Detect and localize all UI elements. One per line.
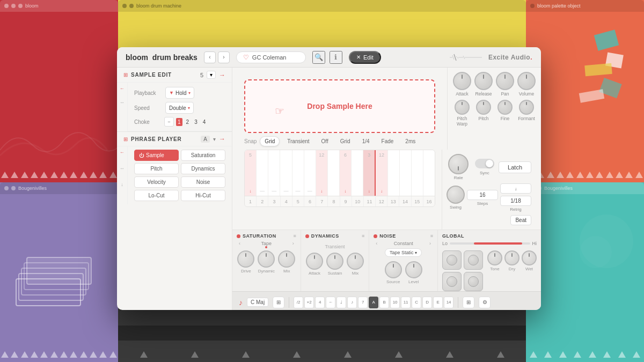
phrase-btn-pitch[interactable]: Pitch: [134, 163, 179, 174]
noise-menu-icon[interactable]: ≡: [430, 233, 433, 239]
pitchwarp-knob[interactable]: [455, 100, 470, 115]
pitch-knob[interactable]: [476, 100, 491, 115]
piano-button[interactable]: ⊞: [273, 297, 284, 308]
rate-knob[interactable]: [448, 154, 469, 174]
settings-button[interactable]: ⚙: [479, 297, 491, 308]
phrase-dropdown[interactable]: ▾: [213, 136, 216, 142]
phrase-btn-locut[interactable]: Lo-Cut: [134, 190, 179, 201]
step-a[interactable]: A: [369, 297, 378, 308]
snap-fade-button[interactable]: Fade: [377, 137, 398, 146]
arrow-left-icon[interactable]: ←: [120, 86, 125, 91]
preset-selector[interactable]: ♡ GC Coleman: [236, 51, 306, 63]
phrase-btn-saturation[interactable]: Saturation: [181, 150, 225, 161]
fraction-dropdown[interactable]: 1/18: [500, 196, 531, 206]
sat-mix-knob[interactable]: [278, 250, 295, 268]
formant-knob[interactable]: [519, 100, 534, 115]
noise-level-knob[interactable]: [405, 261, 422, 278]
phrase-down-icon[interactable]: ↓: [121, 182, 123, 187]
sat-menu-icon[interactable]: ≡: [293, 233, 296, 239]
edit-button[interactable]: ✕ Edit: [349, 51, 381, 64]
global-btn-1[interactable]: [442, 250, 462, 270]
pattern-button[interactable]: ⊞: [463, 297, 474, 308]
step-b[interactable]: B: [379, 297, 389, 308]
sat-prev-icon[interactable]: ‹: [239, 241, 240, 246]
seq-cell-13[interactable]: [388, 150, 400, 196]
step-x2[interactable]: ×2: [304, 297, 314, 308]
swing-knob[interactable]: [447, 186, 465, 204]
phrase-loop-icon[interactable]: ↔: [120, 166, 125, 171]
noise-prev-icon[interactable]: ‹: [376, 241, 377, 246]
speed-select[interactable]: Double ▾: [165, 102, 194, 114]
step-note1[interactable]: ♩: [336, 297, 346, 308]
seq-cell-14[interactable]: [400, 150, 412, 196]
seq-cell-15[interactable]: [412, 150, 423, 196]
step-14[interactable]: 14: [444, 297, 453, 308]
info-button[interactable]: ℹ: [330, 51, 342, 64]
seq-cell-2[interactable]: —: [257, 150, 268, 196]
beat-dropdown[interactable]: Beat: [510, 215, 531, 225]
global-dry-knob[interactable]: [504, 250, 519, 265]
seq-cell-3[interactable]: —: [268, 150, 280, 196]
dyn-sustain-knob[interactable]: [326, 253, 343, 270]
phrase-btn-dynamics[interactable]: Dynamics: [181, 163, 225, 174]
phrase-btn-sample[interactable]: ⏻ Sample: [134, 150, 179, 161]
global-btn-3[interactable]: [442, 272, 462, 291]
playback-select[interactable]: ▼ Hold ▾: [165, 87, 194, 99]
volume-knob[interactable]: [517, 72, 536, 90]
step-note2[interactable]: ♪: [347, 297, 357, 308]
arrow-loop-icon[interactable]: ↔: [120, 100, 125, 105]
prev-button[interactable]: ‹: [204, 51, 216, 63]
seq-cell-16[interactable]: [423, 150, 435, 196]
step-c[interactable]: C: [412, 297, 421, 308]
dyn-mix-knob[interactable]: [347, 253, 364, 270]
snap-grid2-button[interactable]: Grid: [336, 137, 355, 146]
phrase-arrow-left-icon[interactable]: ←: [120, 150, 125, 155]
release-knob[interactable]: [474, 72, 493, 90]
seq-cell-6[interactable]: —: [304, 150, 316, 196]
seq-cell-12[interactable]: 12 ↓: [376, 150, 387, 196]
phrase-btn-noise[interactable]: Noise: [181, 176, 225, 188]
choke-1[interactable]: 1: [176, 118, 182, 126]
source-button[interactable]: Tape Static ▾: [385, 248, 422, 257]
seq-cell-5[interactable]: —: [292, 150, 304, 196]
step-d[interactable]: D: [422, 297, 432, 308]
seq-cell-10[interactable]: [352, 150, 363, 196]
global-btn-2[interactable]: [464, 250, 483, 270]
snap-grid-button[interactable]: Grid: [260, 136, 280, 146]
step-4[interactable]: 4: [315, 297, 325, 308]
phrase-btn-hicut[interactable]: Hi-Cut: [181, 190, 225, 201]
step-dropdown[interactable]: ▾: [207, 71, 216, 79]
global-wet-knob[interactable]: [522, 250, 537, 265]
noise-source-knob[interactable]: [385, 261, 402, 278]
sat-dynamic-knob[interactable]: [258, 250, 275, 268]
sat-drive-knob[interactable]: [237, 250, 254, 268]
seq-cell-1[interactable]: 5 ↓: [245, 150, 257, 196]
latch-button[interactable]: Latch: [499, 161, 531, 173]
sat-next-icon[interactable]: ›: [292, 241, 294, 246]
seq-cell-8[interactable]: [328, 150, 340, 196]
fine-knob[interactable]: [497, 100, 513, 115]
step-half[interactable]: /2: [294, 297, 303, 308]
phrase-arrow-right-icon[interactable]: →: [219, 135, 225, 143]
step-back[interactable]: ←: [326, 297, 335, 308]
snap-2ms-button[interactable]: 2ms: [401, 137, 420, 146]
step-10[interactable]: 10: [390, 297, 400, 308]
seq-cell-7[interactable]: 12 ↓: [316, 150, 328, 196]
snap-transient-button[interactable]: Transient: [283, 137, 313, 146]
snap-off-button[interactable]: Off: [317, 137, 333, 146]
global-tone-knob[interactable]: [487, 250, 502, 265]
step-11[interactable]: 11: [401, 297, 411, 308]
sync-toggle[interactable]: [475, 159, 494, 168]
choke-2[interactable]: 2: [185, 118, 191, 126]
snap-quarter-button[interactable]: 1/4: [358, 137, 374, 146]
choke-3[interactable]: 3: [193, 118, 199, 126]
lo-hi-slider[interactable]: [450, 242, 530, 245]
seq-cell-11[interactable]: 3 ↓: [363, 150, 376, 196]
dyn-menu-icon[interactable]: ≡: [362, 233, 364, 239]
section-arrow-right[interactable]: →: [219, 71, 225, 79]
sample-drop-area[interactable]: Drop Sample Here ☞: [244, 79, 435, 133]
steps-dropdown[interactable]: 16: [467, 190, 498, 200]
choke-4[interactable]: 4: [201, 118, 208, 126]
phrase-btn-velocity[interactable]: Velocity: [134, 176, 179, 188]
seq-cell-4[interactable]: —: [280, 150, 292, 196]
